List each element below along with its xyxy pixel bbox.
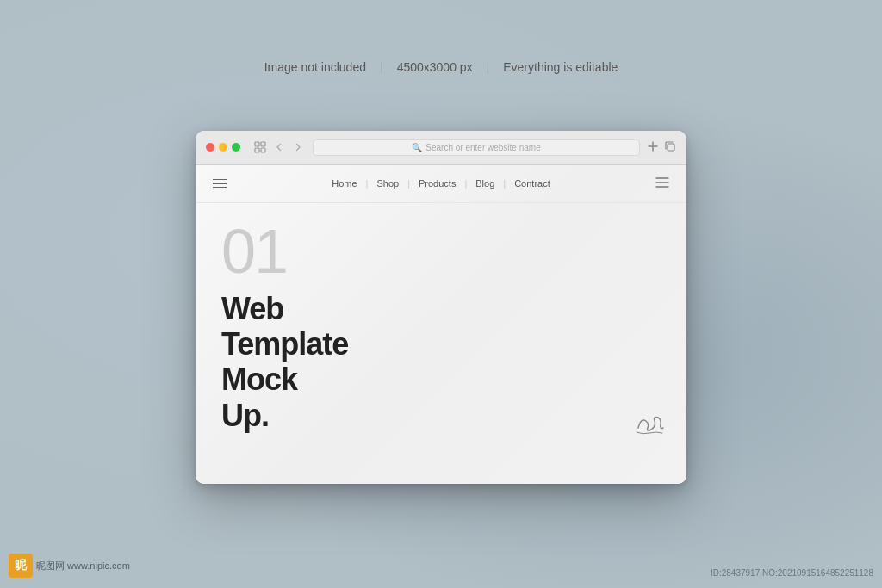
svg-rect-0: [255, 142, 259, 146]
nav-link-blog[interactable]: Blog: [475, 178, 494, 189]
svg-rect-3: [261, 148, 265, 152]
toolbar-icons: [252, 139, 306, 155]
info-text-2: 4500x3000 px: [397, 60, 473, 74]
svg-rect-4: [668, 144, 674, 151]
search-icon: 🔍: [412, 143, 422, 152]
info-sep-2: |: [487, 60, 490, 74]
nav-link-shop[interactable]: Shop: [376, 178, 399, 189]
hero-title-line-4: Up.: [221, 398, 661, 433]
traffic-light-yellow[interactable]: [219, 143, 227, 152]
nav-sep-3: |: [464, 178, 467, 189]
browser-content: Home | Shop | Products | Blog | Contract…: [196, 165, 686, 484]
browser-mockup: 🔍 Search or enter website name: [196, 131, 686, 484]
nipic-logo: 昵: [9, 554, 33, 578]
hero-title-line-3: Mock: [221, 362, 661, 397]
add-tab-icon[interactable]: [647, 140, 659, 155]
address-bar-placeholder: Search or enter website name: [425, 143, 540, 152]
watermark-left-text: 昵图网 www.nipic.com: [36, 560, 130, 573]
nav-link-home[interactable]: Home: [332, 178, 357, 189]
traffic-light-red[interactable]: [206, 143, 214, 152]
hero-title: Web Template Mock Up.: [221, 291, 661, 434]
back-icon[interactable]: [271, 139, 287, 155]
toolbar-right: [647, 140, 676, 155]
hero-section: 01 Web Template Mock Up.: [196, 203, 686, 460]
nav-sep-1: |: [366, 178, 369, 189]
info-sep-1: |: [380, 60, 383, 74]
nav-link-products[interactable]: Products: [419, 178, 456, 189]
nav-sep-2: |: [407, 178, 410, 189]
traffic-light-green[interactable]: [232, 143, 240, 152]
watermark-right: ID:28437917 NO:20210915164852251128: [711, 568, 873, 578]
watermark-left: 昵 昵图网 www.nipic.com: [9, 554, 130, 578]
watermark-right-text: ID:28437917 NO:20210915164852251128: [711, 568, 873, 578]
nav-hamburger-right-icon[interactable]: [655, 177, 669, 190]
info-text-3: Everything is editable: [503, 60, 618, 74]
info-bar: Image not included | 4500x3000 px | Ever…: [264, 60, 618, 74]
content-signature: [634, 411, 665, 442]
traffic-lights: [206, 143, 240, 152]
svg-rect-2: [255, 148, 259, 152]
svg-rect-1: [261, 142, 265, 146]
forward-icon[interactable]: [290, 139, 306, 155]
address-bar[interactable]: 🔍 Search or enter website name: [313, 139, 640, 156]
site-nav: Home | Shop | Products | Blog | Contract: [196, 165, 686, 203]
nav-link-contract[interactable]: Contract: [514, 178, 550, 189]
nav-links: Home | Shop | Products | Blog | Contract: [332, 178, 550, 189]
nav-hamburger-icon[interactable]: [213, 179, 227, 189]
nav-sep-4: |: [503, 178, 506, 189]
info-text-1: Image not included: [264, 60, 366, 74]
copy-icon[interactable]: [664, 140, 676, 155]
tab-grid-icon[interactable]: [252, 139, 268, 155]
hero-number: 01: [221, 220, 661, 282]
hero-title-line-1: Web: [221, 291, 661, 326]
hero-title-line-2: Template: [221, 326, 661, 362]
browser-toolbar: 🔍 Search or enter website name: [196, 131, 686, 165]
